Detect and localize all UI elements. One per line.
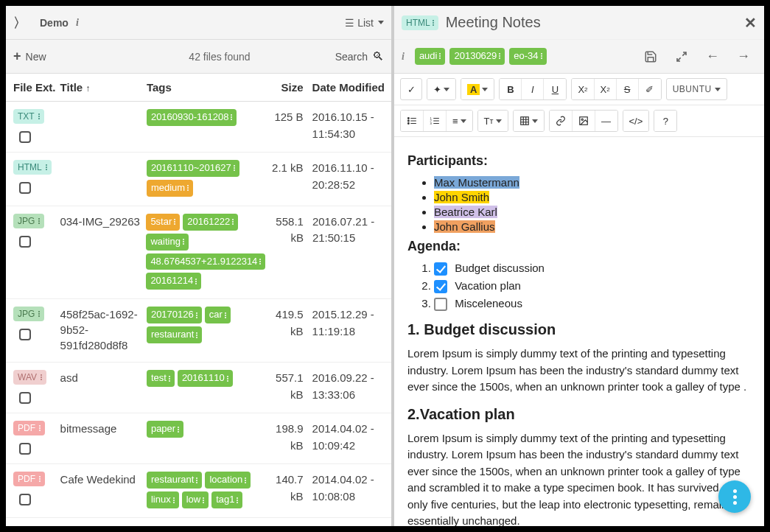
row-checkbox[interactable] bbox=[19, 392, 31, 404]
tag[interactable]: location bbox=[205, 472, 251, 489]
tag[interactable]: 20161214 bbox=[146, 273, 201, 290]
tag[interactable]: 48.6764537+21.9122314 bbox=[146, 253, 265, 270]
tag[interactable]: 5star bbox=[146, 214, 180, 231]
tag[interactable]: low bbox=[182, 491, 209, 508]
col-size-header[interactable]: Size bbox=[264, 81, 307, 94]
file-rows: TXT20160930-161208125 B2016.10.15 - 11:5… bbox=[6, 102, 391, 526]
tag[interactable]: paper bbox=[147, 421, 183, 438]
arrow-left-icon[interactable]: ← bbox=[705, 49, 720, 64]
view-mode-button[interactable]: ☰ List bbox=[345, 17, 384, 29]
row-checkbox[interactable] bbox=[19, 236, 31, 248]
underline-button[interactable]: U bbox=[544, 79, 566, 99]
tag[interactable]: tag1 bbox=[211, 491, 242, 508]
filetype-badge[interactable]: HTML bbox=[402, 15, 438, 30]
tag[interactable]: 20161222 bbox=[183, 214, 238, 231]
subscript-button[interactable]: X2 bbox=[595, 79, 617, 99]
fab-button[interactable] bbox=[718, 480, 751, 513]
link-button[interactable] bbox=[550, 111, 573, 131]
row-checkbox[interactable] bbox=[19, 494, 31, 505]
info-icon[interactable]: i bbox=[76, 17, 79, 29]
new-button[interactable]: + New bbox=[13, 49, 46, 64]
caret-down-icon bbox=[378, 21, 384, 24]
col-date-header[interactable]: Date Modified bbox=[307, 81, 387, 94]
row-size: 557.1 kB bbox=[264, 370, 307, 404]
tag[interactable]: 20170126 bbox=[147, 307, 202, 323]
table-row[interactable]: JPG458f25ac-1692-9b52-591fd280d8f8201701… bbox=[6, 299, 391, 363]
bold-button[interactable]: B bbox=[500, 79, 522, 99]
checkbox[interactable] bbox=[434, 280, 447, 293]
tag[interactable]: audi bbox=[415, 48, 446, 65]
ul-button[interactable] bbox=[401, 111, 424, 131]
table-button[interactable] bbox=[514, 111, 544, 131]
tag[interactable]: 20161110~201627 bbox=[147, 160, 239, 177]
chevron-right-icon[interactable]: 〉 bbox=[13, 14, 27, 32]
help-button[interactable]: ? bbox=[654, 111, 676, 131]
font-family-combo[interactable]: UBUNTU bbox=[666, 78, 727, 100]
row-checkbox[interactable] bbox=[19, 182, 31, 194]
text-style-button[interactable]: Tт bbox=[478, 111, 508, 131]
tag[interactable]: 20160930-161208 bbox=[147, 109, 237, 126]
strikethrough-button[interactable]: S bbox=[617, 79, 639, 99]
row-checkbox[interactable] bbox=[19, 131, 31, 143]
tag[interactable]: medium bbox=[147, 180, 193, 197]
checkbox[interactable] bbox=[434, 262, 447, 276]
table-row[interactable]: PDFCafe Wedekindrestaurantlocationlinuxl… bbox=[6, 464, 391, 518]
col-title-header[interactable]: Title ↑ bbox=[60, 81, 147, 94]
tag[interactable]: eo-34 bbox=[509, 48, 546, 65]
ext-badge[interactable]: WAV bbox=[13, 370, 46, 385]
row-checkbox[interactable] bbox=[19, 329, 31, 340]
row-title: 034-IMG_29263 bbox=[60, 214, 146, 290]
svg-point-2 bbox=[407, 120, 409, 122]
tag[interactable]: linux bbox=[147, 491, 179, 508]
table-row[interactable]: HTML20161110~201627medium2.1 kB2016.11.1… bbox=[6, 153, 391, 206]
superscript-button[interactable]: X2 bbox=[572, 79, 594, 99]
col-tags-header[interactable]: Tags bbox=[147, 81, 264, 94]
tag[interactable]: car bbox=[205, 307, 231, 323]
table-row[interactable]: TXT20160930-161208125 B2016.10.15 - 11:5… bbox=[6, 102, 391, 153]
agenda-label: Vacation plan bbox=[452, 279, 521, 292]
highlight-color-button[interactable]: A bbox=[461, 79, 494, 99]
table-row[interactable]: JPG034-IMG_292635star20161222waiting48.6… bbox=[6, 206, 391, 300]
row-checkbox[interactable] bbox=[19, 443, 31, 455]
tag[interactable]: waiting bbox=[146, 234, 188, 251]
magic-button[interactable]: ✦ bbox=[427, 79, 455, 99]
check-button[interactable]: ✓ bbox=[400, 78, 422, 100]
editor-toolbar-2: 123 ≡ Tт — bbox=[394, 105, 764, 137]
tag[interactable]: test bbox=[147, 370, 175, 387]
ext-badge[interactable]: TXT bbox=[13, 109, 44, 124]
ext-badge[interactable]: JPG bbox=[13, 307, 44, 321]
search-button[interactable]: Search 🔍︎ bbox=[335, 50, 384, 63]
row-size: 419.5 kB bbox=[264, 307, 307, 353]
tag[interactable]: 20161110 bbox=[178, 370, 233, 387]
table-row[interactable]: WAVasdtest20161110557.1 kB2016.09.22 - 1… bbox=[6, 363, 391, 413]
close-icon[interactable]: ✕ bbox=[744, 14, 757, 32]
col-ext-header[interactable]: File Ext. bbox=[10, 81, 60, 94]
info-icon[interactable]: i bbox=[402, 51, 405, 63]
align-button[interactable]: ≡ bbox=[447, 111, 472, 131]
row-size: 198.9 kB bbox=[264, 421, 307, 455]
svg-text:3: 3 bbox=[430, 122, 433, 125]
tag[interactable]: 20130629 bbox=[449, 48, 505, 65]
editor-body[interactable]: Participants: Max MustermannJohn SmithBe… bbox=[394, 137, 764, 526]
code-button[interactable]: </> bbox=[623, 111, 649, 131]
arrow-right-icon[interactable]: → bbox=[736, 49, 751, 64]
hr-button[interactable]: — bbox=[595, 111, 617, 131]
table-header: File Ext. Title ↑ Tags Size Date Modifie… bbox=[6, 74, 391, 102]
ol-button[interactable]: 123 bbox=[424, 111, 447, 131]
table-row[interactable]: PDFbitmessagepaper198.9 kB2014.04.02 - 1… bbox=[6, 413, 391, 464]
ext-badge[interactable]: HTML bbox=[13, 160, 52, 175]
row-date: 2016.09.22 - 13:33:06 bbox=[307, 370, 387, 404]
eraser-button[interactable]: ✐ bbox=[639, 79, 661, 99]
expand-icon[interactable] bbox=[674, 49, 689, 64]
ext-badge[interactable]: JPG bbox=[13, 214, 44, 228]
save-icon[interactable] bbox=[643, 49, 658, 64]
checkbox[interactable] bbox=[434, 298, 447, 311]
ext-badge[interactable]: PDF bbox=[13, 472, 45, 486]
image-button[interactable] bbox=[573, 111, 595, 131]
svg-point-4 bbox=[407, 123, 409, 125]
tag[interactable]: restaurant bbox=[147, 472, 203, 489]
italic-button[interactable]: I bbox=[522, 79, 544, 99]
breadcrumb[interactable]: Demo bbox=[40, 17, 69, 29]
ext-badge[interactable]: PDF bbox=[13, 421, 45, 435]
tag[interactable]: restaurant bbox=[147, 326, 203, 343]
